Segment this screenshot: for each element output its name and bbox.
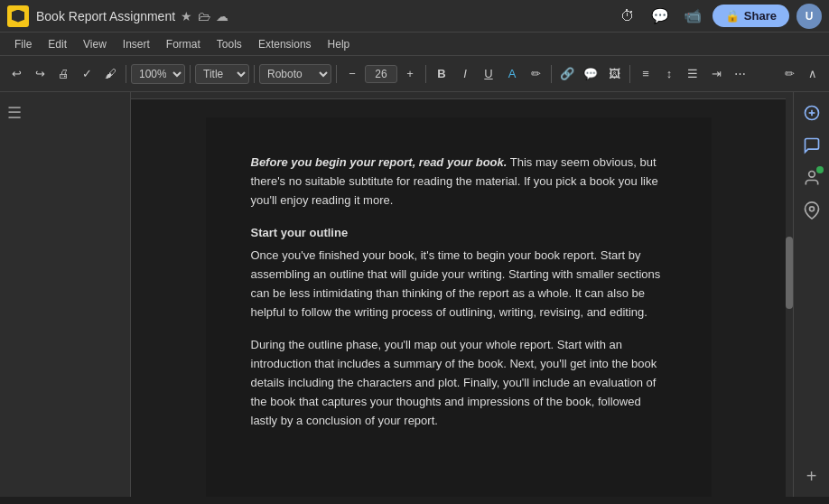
redo-button[interactable]: ↪	[29, 61, 51, 87]
underline-button[interactable]: U	[478, 61, 499, 87]
paragraph-1: Before you begin your report, read your …	[251, 154, 666, 210]
color-button[interactable]: A	[501, 61, 523, 87]
menu-insert[interactable]: Insert	[116, 36, 157, 52]
print-button[interactable]: 🖨	[52, 61, 74, 87]
cloud-icon[interactable]: ☁	[216, 9, 228, 23]
main-area: ☰ Before you begin your report, read you…	[0, 92, 829, 497]
left-panel: ☰	[0, 92, 131, 497]
paragraph-2: Once you've finished your book, it's tim…	[251, 247, 666, 322]
highlight-button[interactable]: ✏	[525, 61, 546, 87]
person-dot	[816, 166, 824, 173]
divider-6	[551, 65, 552, 83]
menu-format[interactable]: Format	[159, 36, 208, 52]
comment-button[interactable]: 💬	[580, 61, 601, 87]
divider-4	[336, 65, 337, 83]
page-container: Before you begin your report, read your …	[206, 117, 712, 497]
font-size-input[interactable]	[365, 65, 397, 83]
divider-3	[254, 65, 255, 83]
zoom-select[interactable]: 100%	[131, 64, 185, 84]
menu-edit[interactable]: Edit	[41, 36, 74, 52]
menu-file[interactable]: File	[7, 36, 39, 52]
bold-button[interactable]: B	[431, 61, 452, 87]
chat-button[interactable]: 💬	[647, 4, 673, 29]
svg-point-4	[809, 207, 814, 211]
divider-2	[190, 65, 191, 83]
paint-format-button[interactable]: 🖌	[99, 61, 121, 87]
italic-button[interactable]: I	[454, 61, 476, 87]
sidebar-explore-icon[interactable]	[798, 99, 825, 126]
scrollbar-thumb[interactable]	[786, 237, 793, 309]
collapse-button[interactable]: ∧	[802, 61, 824, 87]
divider-1	[126, 65, 126, 83]
share-button[interactable]: 🔒 Share	[713, 5, 789, 27]
lock-icon: 🔒	[725, 9, 740, 23]
spacing-button[interactable]: ↕	[658, 61, 680, 87]
outline-icon[interactable]: ☰	[7, 103, 36, 132]
paragraph-1-bold: Before you begin your report, read your …	[251, 155, 508, 169]
page: Before you begin your report, read your …	[206, 117, 712, 497]
decrease-font-button[interactable]: −	[341, 61, 363, 87]
indent-button[interactable]: ⇥	[705, 61, 727, 87]
divider-7	[629, 65, 630, 83]
header-right: ⏱ 💬 📹 🔒 Share U	[615, 4, 822, 29]
increase-font-button[interactable]: +	[399, 61, 421, 87]
avatar: U	[796, 4, 822, 29]
link-button[interactable]: 🔗	[556, 61, 578, 87]
menu-help[interactable]: Help	[321, 36, 358, 52]
history-button[interactable]: ⏱	[615, 4, 640, 29]
paragraph-3: During the outline phase, you'll map out…	[251, 336, 666, 430]
sidebar-mappin-icon[interactable]	[798, 197, 825, 224]
toolbar: ↩ ↪ 🖨 ✓ 🖌 100% Title Roboto − + B I U A …	[0, 56, 829, 92]
video-button[interactable]: 📹	[680, 4, 705, 29]
style-select[interactable]: Title	[195, 64, 249, 84]
align-button[interactable]: ≡	[635, 61, 657, 87]
more-button[interactable]: ⋯	[729, 61, 750, 87]
undo-button[interactable]: ↩	[5, 61, 27, 87]
title-bar: Book Report Assignment ★ 🗁 ☁ ⏱ 💬 📹 🔒 Sha…	[0, 0, 829, 33]
heading-2: Start your outline	[251, 224, 666, 243]
image-button[interactable]: 🖼	[603, 61, 625, 87]
ruler-horizontal	[131, 92, 786, 99]
menu-view[interactable]: View	[76, 36, 114, 52]
share-label: Share	[744, 9, 777, 23]
spellcheck-button[interactable]: ✓	[76, 61, 98, 87]
font-select[interactable]: Roboto	[259, 64, 331, 84]
scrollbar[interactable]	[786, 92, 793, 497]
pen-button[interactable]: ✏	[778, 61, 800, 87]
sidebar-add-icon[interactable]: +	[798, 462, 825, 490]
svg-point-3	[808, 172, 815, 178]
divider-5	[425, 65, 426, 83]
title-icons: ★ 🗁 ☁	[181, 9, 228, 23]
app-icon	[7, 5, 29, 27]
menu-bar: File Edit View Insert Format Tools Exten…	[0, 33, 829, 56]
menu-tools[interactable]: Tools	[210, 36, 249, 52]
list-button[interactable]: ☰	[682, 61, 703, 87]
doc-area: Before you begin your report, read your …	[131, 92, 786, 497]
star-icon[interactable]: ★	[181, 9, 192, 23]
right-sidebar: +	[793, 92, 829, 497]
menu-extensions[interactable]: Extensions	[251, 36, 319, 52]
doc-title: Book Report Assignment	[36, 9, 175, 23]
sidebar-person-icon[interactable]	[798, 164, 825, 191]
sidebar-chat-icon[interactable]	[798, 132, 825, 159]
folder-icon[interactable]: 🗁	[198, 9, 210, 23]
